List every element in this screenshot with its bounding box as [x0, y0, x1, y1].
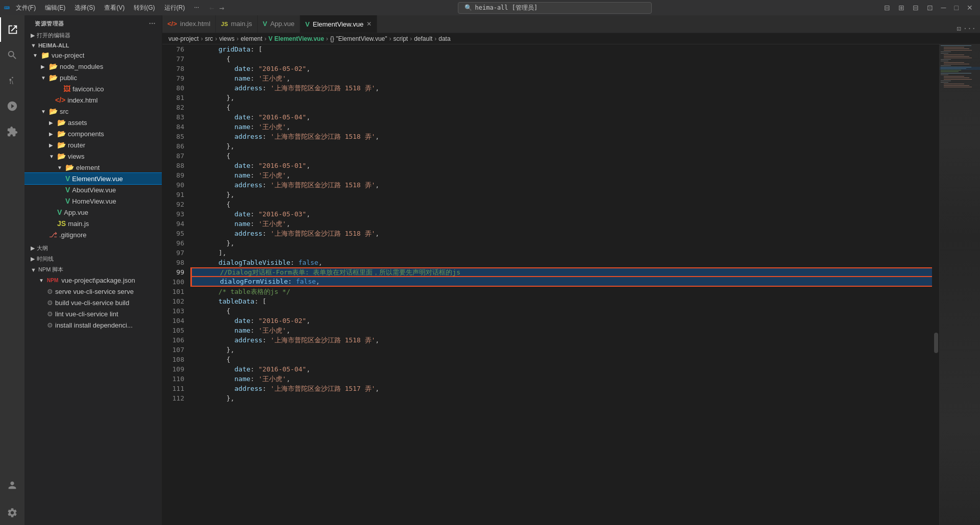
tree-item-aboutview[interactable]: V AboutView.vue	[24, 184, 162, 195]
section-outline[interactable]: ▶ 大纲	[24, 242, 162, 253]
tree-item-views[interactable]: ▼ 📂 views	[24, 151, 162, 162]
minimize-btn[interactable]: ─	[938, 3, 949, 13]
tab-app-vue[interactable]: V App.vue	[258, 15, 300, 33]
tree-label: lint vue-cli-service lint	[55, 310, 118, 318]
tree-item-assets[interactable]: ▶ 📂 assets	[24, 117, 162, 128]
search-text: heima-all [管理员]	[475, 4, 538, 12]
menu-edit[interactable]: 编辑(E)	[41, 3, 69, 13]
tree-item-favicon[interactable]: 🖼 favicon.ico	[24, 83, 162, 94]
svg-rect-1	[944, 47, 964, 47]
line-num-89: 89	[162, 170, 184, 180]
breadcrumb-file[interactable]: V ElementView.vue	[268, 35, 324, 42]
tree-item-elementview[interactable]: V ElementView.vue	[24, 173, 162, 184]
expand-arrow: ▶	[49, 131, 57, 137]
nav-back[interactable]: ←	[207, 2, 216, 14]
menu-run[interactable]: 运行(R)	[160, 3, 189, 13]
tab-index-html[interactable]: </> index.html	[162, 15, 216, 33]
section-project[interactable]: ▼ HEIMA-ALL	[24, 40, 162, 49]
activity-search[interactable]	[0, 43, 24, 67]
more-actions-icon[interactable]: ···	[963, 24, 976, 33]
breadcrumb-project[interactable]: vue-project	[168, 35, 199, 42]
svg-rect-12	[944, 64, 969, 64]
tab-main-js[interactable]: JS main.js	[216, 15, 258, 33]
folder-icon: 📂	[49, 62, 58, 70]
sidebar-more-icon[interactable]: ···	[149, 19, 156, 28]
menu-more[interactable]: ···	[190, 3, 203, 13]
breadcrumb-views[interactable]: views	[219, 35, 234, 42]
tree-item-src[interactable]: ▼ 📂 src	[24, 106, 162, 117]
activity-settings[interactable]	[0, 501, 24, 525]
line-num-103: 103	[162, 306, 184, 316]
tree-label: views	[68, 153, 85, 160]
layout-btn-1[interactable]: ⊟	[881, 3, 893, 13]
tree-item-vue-project[interactable]: ▼ 📁 vue-project	[24, 49, 162, 61]
tab-elementview-vue[interactable]: V ElementView.vue ✕	[300, 15, 377, 33]
tabs-bar: </> index.html JS main.js V App.vue V El…	[162, 15, 980, 33]
tree-item-gitignore[interactable]: ⎇ .gitignore	[24, 229, 162, 240]
section-npm[interactable]: ▼ NPM 脚本	[24, 264, 162, 274]
tree-item-mainjs[interactable]: JS main.js	[24, 218, 162, 229]
tree-item-homeview[interactable]: V HomeView.vue	[24, 195, 162, 207]
code-area[interactable]: gridData: [ { date: "2016-05-02", name: …	[190, 44, 932, 525]
tabs-right-actions: ⊡ ···	[952, 24, 980, 33]
folder-icon: 📂	[57, 130, 66, 138]
code-line-94: name: '王小虎',	[190, 219, 932, 229]
activity-account[interactable]	[0, 475, 24, 499]
close-btn[interactable]: ✕	[964, 3, 976, 13]
code-line-82: {	[190, 103, 932, 112]
menu-goto[interactable]: 转到(G)	[130, 3, 159, 13]
menu-file[interactable]: 文件(F)	[12, 3, 40, 13]
search-bar[interactable]: 🔍 heima-all [管理员]	[458, 2, 652, 14]
tree-item-public[interactable]: ▼ 📂 public	[24, 72, 162, 83]
layout-btn-3[interactable]: ⊟	[910, 3, 922, 13]
split-editor-icon[interactable]: ⊡	[957, 24, 961, 33]
breadcrumb-default[interactable]: default	[414, 35, 432, 42]
breadcrumb-element[interactable]: element	[240, 35, 262, 42]
section-open-editors[interactable]: ▶ 打开的编辑器	[24, 30, 162, 40]
layout-btn-2[interactable]: ⊞	[895, 3, 908, 13]
code-line-87: {	[190, 151, 932, 161]
breadcrumb: vue-project › src › views › element › V …	[162, 33, 980, 44]
tree-label: build vue-cli-service build	[55, 299, 129, 307]
tree-item-npm-lint[interactable]: ⚙ lint vue-cli-service lint	[24, 308, 162, 319]
layout-btn-4[interactable]: ⊡	[924, 3, 936, 13]
maximize-btn[interactable]: □	[951, 3, 962, 13]
tree-item-npm-serve[interactable]: ⚙ serve vue-cli-service serve	[24, 286, 162, 297]
expand-arrow: ▼	[39, 278, 47, 283]
breadcrumb-scope[interactable]: {} "ElementView.vue"	[330, 35, 387, 42]
scrollbar-thumb[interactable]	[934, 333, 938, 353]
breadcrumb-data[interactable]: data	[438, 35, 450, 42]
menu-bar: 文件(F) 编辑(E) 选择(S) 查看(V) 转到(G) 运行(R) ···	[12, 3, 203, 13]
nav-forward[interactable]: →	[217, 2, 227, 14]
activity-explorer[interactable]	[0, 17, 24, 42]
breadcrumb-script[interactable]: script	[394, 35, 408, 42]
script-icon: ⚙	[47, 310, 53, 318]
activity-git[interactable]	[0, 68, 24, 93]
activity-extensions[interactable]	[0, 119, 24, 144]
breadcrumb-src[interactable]: src	[205, 35, 213, 42]
svg-rect-20	[941, 74, 948, 75]
svg-rect-27	[944, 85, 969, 86]
tree-item-element[interactable]: ▼ 📂 element	[24, 162, 162, 173]
tree-item-appvue[interactable]: V App.vue	[24, 207, 162, 218]
line-num-77: 77	[162, 54, 184, 64]
tree-item-router[interactable]: ▶ 📂 router	[24, 139, 162, 151]
activity-debug[interactable]	[0, 94, 24, 118]
tree-item-index-html[interactable]: </> index.html	[24, 94, 162, 106]
menu-select[interactable]: 选择(S)	[70, 3, 99, 13]
tree-label: index.html	[67, 96, 97, 104]
tree-item-package-json[interactable]: ▼ NPM vue-project\package.json	[24, 274, 162, 286]
expand-arrow: ▼	[57, 165, 65, 170]
chevron-right-icon: ▶	[31, 256, 35, 262]
section-timeline[interactable]: ▶ 时间线	[24, 253, 162, 264]
editor-scrollbar[interactable]	[932, 44, 939, 525]
tree-item-npm-install[interactable]: ⚙ install install dependenci...	[24, 319, 162, 331]
tree-item-components[interactable]: ▶ 📂 components	[24, 128, 162, 139]
code-line-83: date: "2016-05-04",	[190, 112, 932, 122]
tree-item-node-modules[interactable]: ▶ 📂 node_modules	[24, 61, 162, 72]
tab-close-icon[interactable]: ✕	[366, 20, 372, 28]
vue-tab-icon: V	[263, 20, 267, 28]
line-num-95: 95	[162, 229, 184, 238]
tree-item-npm-build[interactable]: ⚙ build vue-cli-service build	[24, 297, 162, 308]
menu-view[interactable]: 查看(V)	[100, 3, 129, 13]
